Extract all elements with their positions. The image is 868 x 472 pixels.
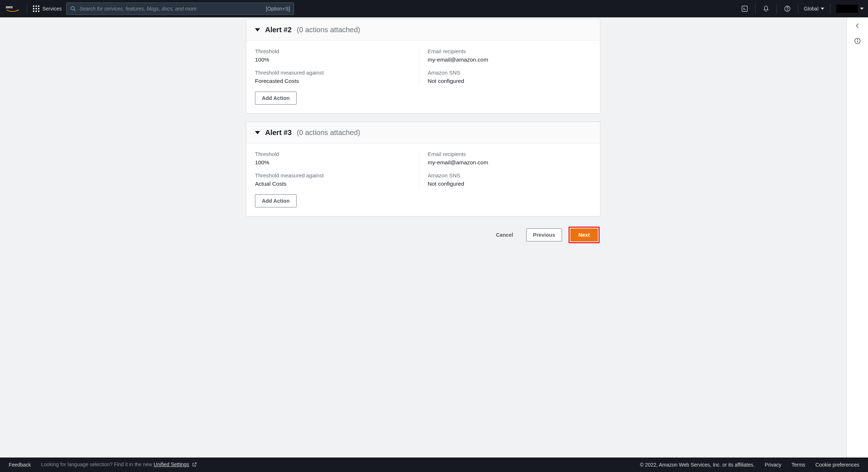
- cookie-preferences-link[interactable]: Cookie preferences: [816, 462, 859, 468]
- add-action-button[interactable]: Add Action: [255, 194, 297, 207]
- external-link-icon: [192, 462, 197, 468]
- alert-header: Alert #3 (0 actions attached): [246, 122, 600, 144]
- unified-settings-link[interactable]: Unified Settings: [154, 462, 189, 467]
- top-nav: aws Services [Option+S] Global: [0, 0, 868, 17]
- svg-point-9: [857, 39, 858, 40]
- sns-value: Not configured: [428, 181, 583, 187]
- help-rail: [846, 17, 868, 458]
- cloudshell-icon[interactable]: [740, 4, 749, 13]
- notifications-icon[interactable]: [761, 4, 771, 13]
- svg-point-6: [787, 10, 787, 10]
- collapse-toggle-icon[interactable]: [255, 131, 260, 134]
- next-button-highlight: Next: [569, 227, 600, 243]
- services-label: Services: [42, 6, 62, 12]
- collapse-help-icon[interactable]: [853, 21, 862, 30]
- sns-label: Amazon SNS: [428, 69, 583, 76]
- account-redacted: [836, 5, 858, 13]
- search-shortcut: [Option+S]: [266, 6, 290, 12]
- alert-right-column: Email recipients my-email@amazon.com Ama…: [419, 48, 592, 84]
- alert-subtitle: (0 actions attached): [297, 128, 360, 137]
- svg-point-1: [71, 7, 74, 10]
- footer: Feedback Looking for language selection?…: [0, 458, 868, 472]
- nav-separator: [755, 4, 756, 14]
- aws-logo[interactable]: aws: [4, 0, 21, 17]
- terms-link[interactable]: Terms: [791, 462, 805, 468]
- threshold-value: 100%: [255, 159, 410, 166]
- alert-left-column: Threshold 100% Threshold measured agains…: [255, 151, 419, 187]
- email-recipients-value: my-email@amazon.com: [428, 56, 583, 63]
- measured-against-value: Forecasted Costs: [255, 78, 410, 84]
- nav-separator: [776, 4, 777, 14]
- sns-value: Not configured: [428, 78, 583, 84]
- nav-separator: [798, 4, 798, 14]
- alert-left-column: Threshold 100% Threshold measured agains…: [255, 48, 419, 84]
- language-hint-text: Looking for language selection? Find it …: [41, 462, 153, 467]
- threshold-label: Threshold: [255, 151, 410, 157]
- nav-separator: [27, 4, 27, 14]
- next-button[interactable]: Next: [570, 228, 598, 241]
- sns-label: Amazon SNS: [428, 172, 583, 178]
- alert-header: Alert #2 (0 actions attached): [246, 19, 600, 41]
- cancel-button[interactable]: Cancel: [489, 228, 520, 241]
- copyright: © 2022, Amazon Web Services, Inc. or its…: [640, 462, 754, 468]
- svg-line-10: [194, 463, 196, 464]
- nav-separator: [830, 4, 830, 14]
- global-search[interactable]: [Option+S]: [66, 3, 294, 15]
- page-body: Alert #2 (0 actions attached) Threshold …: [0, 17, 868, 458]
- services-menu-button[interactable]: Services: [33, 5, 62, 12]
- measured-against-label: Threshold measured against: [255, 69, 410, 76]
- help-icon[interactable]: [783, 4, 792, 13]
- services-grid-icon: [33, 5, 39, 12]
- alert-title: Alert #2: [265, 26, 292, 34]
- privacy-link[interactable]: Privacy: [765, 462, 782, 468]
- measured-against-label: Threshold measured against: [255, 172, 410, 178]
- account-menu[interactable]: [836, 5, 864, 13]
- add-action-button[interactable]: Add Action: [255, 92, 297, 105]
- info-icon[interactable]: [853, 36, 862, 46]
- search-icon: [70, 6, 76, 12]
- alert-subtitle: (0 actions attached): [297, 26, 360, 34]
- alert-right-column: Email recipients my-email@amazon.com Ama…: [419, 151, 592, 187]
- email-recipients-label: Email recipients: [428, 151, 583, 157]
- search-input[interactable]: [80, 6, 231, 12]
- language-hint: Looking for language selection? Find it …: [41, 462, 197, 468]
- wizard-buttons: Cancel Previous Next: [246, 224, 600, 243]
- email-recipients-value: my-email@amazon.com: [428, 159, 583, 166]
- region-selector[interactable]: Global: [804, 6, 824, 12]
- email-recipients-label: Email recipients: [428, 48, 583, 54]
- threshold-label: Threshold: [255, 48, 410, 54]
- svg-text:aws: aws: [6, 5, 13, 9]
- region-label: Global: [804, 6, 818, 12]
- alert-card: Alert #3 (0 actions attached) Threshold …: [246, 122, 600, 216]
- main-content: Alert #2 (0 actions attached) Threshold …: [0, 17, 846, 458]
- chevron-down-icon: [860, 8, 864, 10]
- alert-title: Alert #3: [265, 128, 292, 137]
- threshold-value: 100%: [255, 56, 410, 63]
- svg-line-2: [74, 9, 75, 11]
- collapse-toggle-icon[interactable]: [255, 28, 260, 31]
- feedback-link[interactable]: Feedback: [9, 462, 31, 468]
- previous-button[interactable]: Previous: [526, 228, 562, 241]
- chevron-down-icon: [821, 8, 824, 10]
- alert-card: Alert #2 (0 actions attached) Threshold …: [246, 19, 600, 114]
- measured-against-value: Actual Costs: [255, 181, 410, 187]
